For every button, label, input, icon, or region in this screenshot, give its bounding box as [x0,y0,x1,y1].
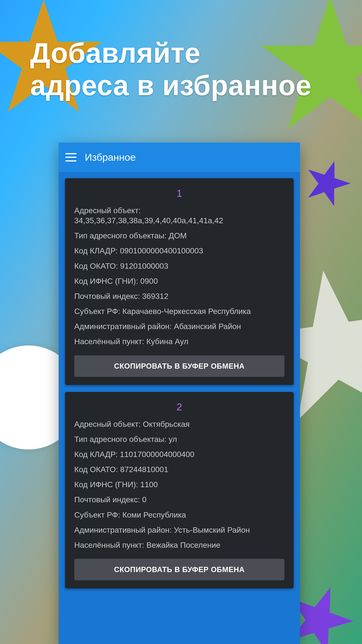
field-ifns: Код ИФНС (ГНИ): 1100 [74,480,284,490]
field-locality: Населённый пункт: Вежайка Поселение [74,540,284,550]
favorite-card: 2 Адресный объект: Октябрьская Тип адрес… [65,392,294,588]
card-number: 2 [74,401,284,413]
arc-decoration [0,597,50,644]
promo-headline: Добавляйте адреса в избранное [30,37,312,102]
copy-button[interactable]: СКОПИРОВАТЬ В БУФЕР ОБМЕНА [74,355,284,377]
field-locality: Населённый пункт: Кубина Аул [74,336,284,346]
copy-button[interactable]: СКОПИРОВАТЬ В БУФЕР ОБМЕНА [74,559,284,580]
app-bar: Избранное [59,142,300,172]
svg-marker-2 [300,154,356,209]
field-type: Тип адресного объектаы: ДОМ [74,230,284,241]
favorites-list: 1 Адресный объект: 34,35,36,37,38,38а,39… [59,172,300,595]
field-admin: Административный район: Абазинский Район [74,321,284,332]
field-type: Тип адресного объектаы: ул [74,434,284,444]
field-kladr: Код КЛАДР: 0901000000400100003 [74,246,284,256]
star-icon [297,151,358,212]
field-subject: Субъект РФ: Коми Республика [74,510,284,520]
field-admin: Административный район: Усть-Вымский Рай… [74,525,284,535]
field-kladr: Код КЛАДР: 11017000004000400 [74,449,284,459]
page-title: Избранное [85,152,136,163]
field-postal: Почтовый индекс: 369312 [74,291,284,301]
field-okato: Код ОКАТО: 87244810001 [74,464,284,474]
menu-icon[interactable] [65,153,76,162]
field-address-object: Адресный объект: 34,35,36,37,38,38а,39,4… [74,206,284,226]
headline-line: Добавляйте [30,37,312,69]
promo-background: Добавляйте адреса в избранное Избранное … [0,0,362,644]
field-subject: Субъект РФ: Карачаево-Черкесская Республ… [74,306,284,316]
card-number: 1 [74,188,284,199]
headline-line: адреса в избранное [30,69,312,102]
app-screen: Избранное 1 Адресный объект: 34,35,36,37… [59,142,300,644]
field-ifns: Код ИФНС (ГНИ): 0900 [74,276,284,286]
field-okato: Код ОКАТО: 91201000003 [74,261,284,271]
field-postal: Почтовый индекс: 0 [74,494,284,505]
field-address-object: Адресный объект: Октябрьская [74,419,284,429]
favorite-card: 1 Адресный объект: 34,35,36,37,38,38а,39… [65,178,294,385]
